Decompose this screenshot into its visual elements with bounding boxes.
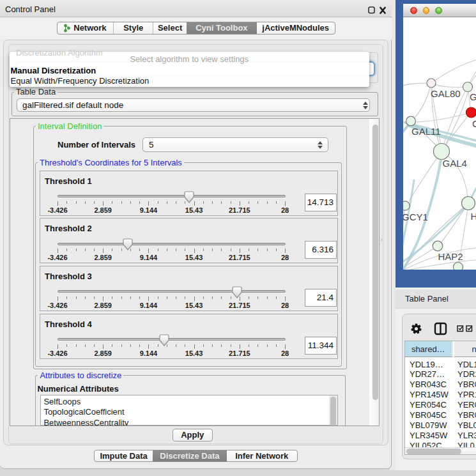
svg-text:GAL11: GAL11 bbox=[411, 126, 441, 137]
svg-text:C.: C. bbox=[472, 118, 476, 129]
svg-text:GCY1: GCY1 bbox=[403, 211, 428, 222]
svg-text:H: H bbox=[471, 211, 476, 222]
svg-text:G.: G. bbox=[470, 91, 476, 102]
svg-text:GAL4: GAL4 bbox=[443, 158, 467, 169]
svg-text:GAL80: GAL80 bbox=[431, 88, 461, 99]
svg-text:HAP2: HAP2 bbox=[438, 251, 463, 262]
